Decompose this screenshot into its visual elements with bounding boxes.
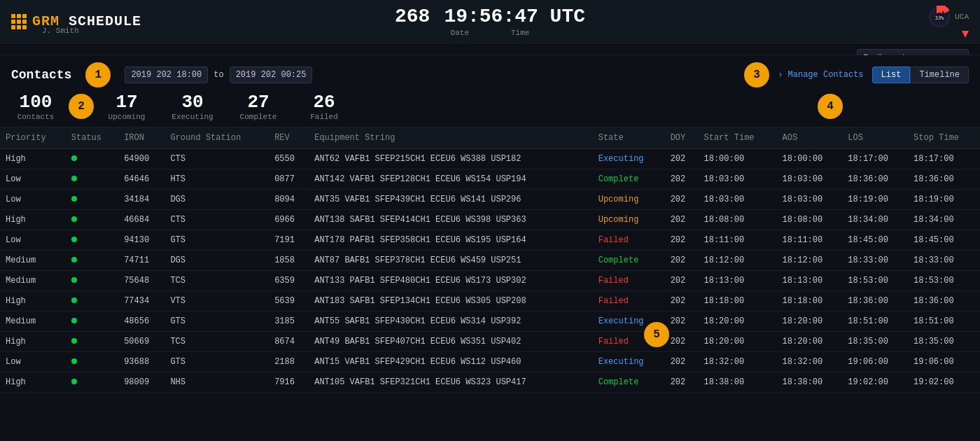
cell-ground-station: CTS — [164, 210, 269, 230]
badge-2: 2 — [69, 94, 94, 119]
cell-ground-station: GTS — [164, 352, 269, 372]
cell-ground-station: GTS — [164, 312, 269, 332]
table-row[interactable]: Low 34184 DGS 8094 ANT35 VAFB1 SFEP439CH… — [0, 190, 980, 210]
cell-status — [66, 312, 118, 332]
cell-equipment-string: ANT138 SAFB1 SFEP414CH1 ECEU6 WS398 USP3… — [309, 210, 593, 230]
cell-los: 18:45:00 — [842, 230, 908, 251]
cell-start-time: 18:20:00 — [699, 312, 777, 332]
table-row[interactable]: High 64998 TCS 6416 ANT17 SAFB1 SFEP166C… — [0, 393, 980, 393]
cell-aos: 18:20:00 — [777, 312, 843, 332]
time-value: 19:56:47 UTC — [444, 6, 585, 27]
cell-start-time: 18:03:00 — [699, 169, 777, 190]
cell-priority: Medium — [0, 271, 66, 291]
cell-doy: 202 — [665, 190, 699, 210]
list-view-button[interactable]: List — [872, 66, 911, 83]
cell-los: 18:33:00 — [842, 251, 908, 271]
cell-equipment-string: ANT178 PAFB1 SFEP358CH1 ECEU6 WS195 USP1… — [309, 230, 593, 251]
contacts-table: Priority Status IRON Ground Station REV … — [0, 127, 980, 393]
table-row[interactable]: High 50669 TCS 8674 ANT49 BAFB1 SFEP407C… — [0, 332, 980, 352]
cell-rev: 6966 — [269, 210, 309, 230]
cell-state: Executing — [593, 352, 665, 372]
cell-start-time: 18:38:00 — [699, 393, 777, 393]
cell-status — [66, 190, 118, 210]
uca-badge: 33% UCA — [928, 6, 969, 28]
cell-doy: 202 — [665, 291, 699, 312]
table-row[interactable]: Medium 48656 GTS 3185 ANT55 SAFB1 SFEP43… — [0, 312, 980, 332]
cell-equipment-string: ANT142 VAFB1 SFEP128CH1 ECEU6 WS154 USP1… — [309, 169, 593, 190]
cell-iron: 93688 — [118, 352, 164, 372]
cell-priority: High — [0, 332, 66, 352]
cell-status — [66, 251, 118, 271]
cell-aos: 18:18:00 — [777, 291, 843, 312]
cell-los: 19:06:00 — [842, 352, 908, 372]
cell-iron: 64646 — [118, 169, 164, 190]
stat-total-number: 100 — [20, 92, 52, 113]
date-to: 2019 202 00:25 — [230, 66, 313, 83]
table-row[interactable]: Low 93688 GTS 2188 ANT15 VAFB1 SFEP429CH… — [0, 352, 980, 372]
cell-aos: 18:03:00 — [777, 169, 843, 190]
timeline-view-button[interactable]: Timeline — [910, 66, 969, 83]
cell-equipment-string: ANT55 SAFB1 SFEP430CH1 ECEU6 WS314 USP39… — [309, 312, 593, 332]
cell-iron: 75648 — [118, 271, 164, 291]
cell-state: Failed — [593, 271, 665, 291]
manage-contacts-link[interactable]: Manage Contacts — [778, 70, 863, 80]
table-row[interactable]: High 64900 CTS 6550 ANT62 VAFB1 SFEP215C… — [0, 149, 980, 169]
col-los: LOS — [842, 127, 908, 149]
table-row[interactable]: Low 64646 HTS 0877 ANT142 VAFB1 SFEP128C… — [0, 169, 980, 190]
cell-state: Failed — [593, 332, 665, 352]
cell-equipment-string: ANT17 SAFB1 SFEP166CH1 ECEU6 WS468 USP45… — [309, 393, 593, 393]
cell-aos: 18:38:00 — [777, 372, 843, 393]
cell-iron: 74711 — [118, 251, 164, 271]
cell-los: 18:51:00 — [842, 312, 908, 332]
app-header: GRM SCHEDULE J. Smith 268 19:56:47 UTC D… — [0, 0, 980, 43]
cell-stop-time: 18:36:00 — [908, 291, 980, 312]
cell-los: 18:34:00 — [842, 210, 908, 230]
col-iron: IRON — [118, 127, 164, 149]
table-row[interactable]: Medium 75648 TCS 6359 ANT133 PAFB1 SFEP4… — [0, 271, 980, 291]
cell-state: Executing — [593, 149, 665, 169]
time-label: Time — [511, 29, 529, 37]
table-row[interactable]: High 98009 NHS 7916 ANT105 VAFB1 SFEP321… — [0, 372, 980, 393]
cell-los: 18:35:00 — [842, 332, 908, 352]
cell-state: Failed — [593, 291, 665, 312]
cell-iron: 50669 — [118, 332, 164, 352]
col-doy: DOY — [665, 127, 699, 149]
col-aos: AOS — [777, 127, 843, 149]
table-body: High 64900 CTS 6550 ANT62 VAFB1 SFEP215C… — [0, 149, 980, 393]
cell-ground-station: TCS — [164, 393, 269, 393]
cell-doy: 202 — [665, 271, 699, 291]
table-header-row: Priority Status IRON Ground Station REV … — [0, 127, 980, 149]
cell-los: 18:36:00 — [842, 169, 908, 190]
cell-aos: 18:12:00 — [777, 251, 843, 271]
cell-state: Failed — [593, 230, 665, 251]
doy-value: 268 — [395, 6, 430, 27]
col-rev: REV — [269, 127, 309, 149]
table-row[interactable]: High 77434 VTS 5639 ANT183 SAFB1 SFEP134… — [0, 291, 980, 312]
badge-1: 1 — [85, 62, 111, 88]
header-datetime: 268 19:56:47 UTC Date Time — [395, 6, 585, 37]
uca-percent — [962, 31, 969, 40]
cell-iron: 98009 — [118, 372, 164, 393]
cell-aos: 18:08:00 — [777, 210, 843, 230]
cell-rev: 6359 — [269, 271, 309, 291]
cell-state: Executing — [593, 312, 665, 332]
cell-start-time: 18:38:00 — [699, 372, 777, 393]
cell-doy: 202 — [665, 372, 699, 393]
cell-rev: 2188 — [269, 352, 309, 372]
table-row[interactable]: Medium 74711 DGS 1858 ANT87 BAFB1 SFEP37… — [0, 251, 980, 271]
cell-start-time: 18:18:00 — [699, 291, 777, 312]
cell-ground-station: DGS — [164, 190, 269, 210]
cell-state: Upcoming — [593, 190, 665, 210]
cell-rev: 1858 — [269, 251, 309, 271]
cell-aos: 18:00:00 — [777, 149, 843, 169]
cell-equipment-string: ANT183 SAFB1 SFEP134CH1 ECEU6 WS305 USP2… — [309, 291, 593, 312]
user-name: J. Smith — [42, 27, 79, 35]
cell-stop-time: 18:51:00 — [908, 312, 980, 332]
table-row[interactable]: High 46684 CTS 6966 ANT138 SAFB1 SFEP414… — [0, 210, 980, 230]
grid-icon — [11, 14, 27, 29]
contacts-table-container[interactable]: Priority Status IRON Ground Station REV … — [0, 127, 980, 393]
table-row[interactable]: Low 94130 GTS 7191 ANT178 PAFB1 SFEP358C… — [0, 230, 980, 251]
contacts-header: Contacts 1 2019 202 18:00 to 2019 202 00… — [0, 55, 980, 92]
cell-stop-time: 18:36:00 — [908, 169, 980, 190]
cell-doy: 202 — [665, 332, 699, 352]
